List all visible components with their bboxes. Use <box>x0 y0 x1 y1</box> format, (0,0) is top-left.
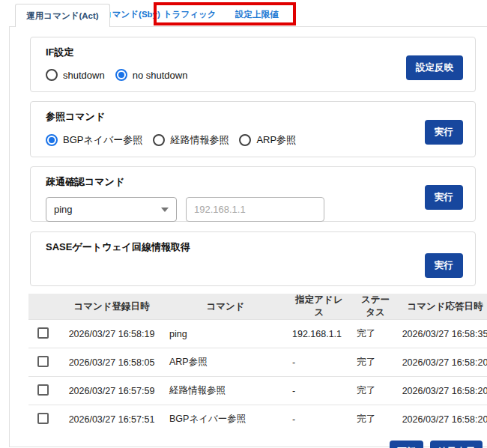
reference-command-card: 参照コマンド BGPネイバー参照 経路情報参照 ARP参照 実行 <box>30 101 476 157</box>
sase-execute-button[interactable]: 実行 <box>425 253 463 278</box>
tab-label-act: 運用コマンド(Act) <box>26 10 98 22</box>
cell-responded: 2026/03/27 16:58:35 <box>397 320 487 348</box>
cell-status: 完了 <box>349 405 397 434</box>
row-checkbox[interactable] <box>37 413 49 424</box>
tab-content-panel: IF設定 shutdown no shutdown 設定反映 参照コマンド BG… <box>9 26 487 447</box>
cell-status: 完了 <box>349 348 397 377</box>
cell-registered: 2026/03/27 16:57:51 <box>58 405 165 434</box>
radio-option-no-shutdown[interactable]: no shutdown <box>115 69 188 81</box>
radio-icon-no-shutdown[interactable] <box>115 69 127 81</box>
radio-icon-arp[interactable] <box>239 134 251 146</box>
tab-traffic[interactable]: トラフィック <box>163 9 217 20</box>
table-row: 2026/03/27 16:57:51 BGPネイバー参照 - 完了 2026/… <box>28 405 487 434</box>
radio-label-bgp-neighbor: BGPネイバー参照 <box>63 133 142 147</box>
command-type-selected-value: ping <box>54 204 73 215</box>
row-checkbox[interactable] <box>37 356 49 367</box>
show-results-button[interactable]: 結果表示 <box>430 441 483 448</box>
table-row: 2026/03/27 16:57:59 経路情報参照 - 完了 2026/03/… <box>28 377 487 405</box>
refresh-button[interactable]: 更新 <box>390 441 423 448</box>
cell-status: 完了 <box>349 320 397 348</box>
radio-label-route-info: 経路情報参照 <box>170 133 229 147</box>
cell-command: ARP参照 <box>165 348 285 377</box>
cell-registered: 2026/03/27 16:57:59 <box>58 377 165 405</box>
footer-actions: 更新 結果表示 <box>10 441 483 448</box>
radio-label-arp: ARP参照 <box>256 133 296 147</box>
cell-address: 192.168.1.1 <box>285 320 349 348</box>
apply-setting-button[interactable]: 設定反映 <box>406 55 463 80</box>
radio-option-bgp-neighbor[interactable]: BGPネイバー参照 <box>46 133 142 147</box>
connectivity-controls: ping <box>46 197 463 222</box>
cell-address: - <box>285 377 349 405</box>
header-address: 指定アドレス <box>285 294 349 320</box>
sase-gateway-card: SASEゲートウェイ回線情報取得 実行 <box>30 231 476 286</box>
cell-address: - <box>285 348 349 377</box>
radio-icon-shutdown[interactable] <box>46 69 58 81</box>
cell-responded: 2026/03/27 16:58:20 <box>397 377 487 405</box>
cell-registered: 2026/03/27 16:58:19 <box>58 320 165 348</box>
table-row: 2026/03/27 16:58:19 ping 192.168.1.1 完了 … <box>28 320 487 348</box>
radio-option-arp[interactable]: ARP参照 <box>239 133 296 147</box>
reference-execute-button[interactable]: 実行 <box>425 120 463 145</box>
reference-command-radio-group: BGPネイバー参照 経路情報参照 ARP参照 <box>46 133 463 147</box>
cell-command: 経路情報参照 <box>165 377 285 405</box>
table-header-row: コマンド登録日時 コマンド 指定アドレス ステータス コマンド応答日時 <box>28 294 487 320</box>
reference-command-title: 参照コマンド <box>46 110 463 124</box>
command-history-table: コマンド登録日時 コマンド 指定アドレス ステータス コマンド応答日時 2026… <box>28 294 487 434</box>
radio-icon-route-info[interactable] <box>153 134 165 146</box>
target-address-input[interactable] <box>186 197 324 222</box>
header-registered-time: コマンド登録日時 <box>58 294 165 320</box>
radio-label-shutdown: shutdown <box>63 70 105 81</box>
cell-address: - <box>285 405 349 434</box>
header-status: ステータス <box>349 294 397 320</box>
tab-setting-upper-limit[interactable]: 設定上限値 <box>235 9 279 20</box>
header-command: コマンド <box>165 294 285 320</box>
cell-command: BGPネイバー参照 <box>165 405 285 434</box>
row-checkbox[interactable] <box>37 327 49 339</box>
cell-responded: 2026/03/27 16:58:20 <box>397 348 487 377</box>
tab-operation-command-act[interactable]: 運用コマンド(Act) <box>15 4 110 27</box>
radio-option-shutdown[interactable]: shutdown <box>46 69 105 81</box>
table-row: 2026/03/27 16:58:05 ARP参照 - 完了 2026/03/2… <box>28 348 487 377</box>
cell-registered: 2026/03/27 16:58:05 <box>58 348 165 377</box>
cell-command: ping <box>165 320 285 348</box>
radio-option-route-info[interactable]: 経路情報参照 <box>153 133 229 147</box>
if-setting-card: IF設定 shutdown no shutdown 設定反映 <box>30 37 476 92</box>
if-setting-radio-group: shutdown no shutdown <box>46 69 463 81</box>
row-checkbox[interactable] <box>37 384 49 396</box>
cell-status: 完了 <box>349 377 397 405</box>
connectivity-execute-button[interactable]: 実行 <box>425 185 463 210</box>
cell-responded: 2026/03/27 16:58:20 <box>397 405 487 434</box>
if-setting-title: IF設定 <box>46 46 463 59</box>
sase-gateway-title: SASEゲートウェイ回線情報取得 <box>46 240 463 254</box>
tab-bar: 運用コマンド(Act) 運用コマンド(Sby) トラフィック 設定上限値 <box>0 0 487 26</box>
radio-label-no-shutdown: no shutdown <box>133 70 188 81</box>
command-type-select[interactable]: ping <box>46 197 177 222</box>
connectivity-command-card: 疎通確認コマンド ping 実行 <box>30 166 476 222</box>
connectivity-command-title: 疎通確認コマンド <box>46 175 463 189</box>
header-checkbox-column <box>28 294 58 320</box>
chevron-down-icon <box>161 208 169 212</box>
header-response-time: コマンド応答日時 <box>397 294 487 320</box>
radio-icon-bgp-neighbor[interactable] <box>46 134 58 146</box>
